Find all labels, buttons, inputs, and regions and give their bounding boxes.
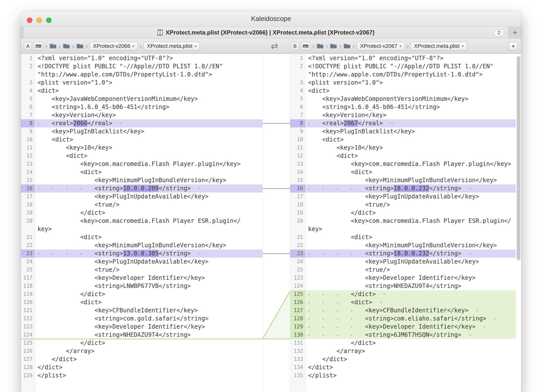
folder-crumb[interactable]	[76, 43, 84, 49]
line-number: 1	[290, 54, 306, 62]
line-number	[21, 225, 35, 233]
code-line: ▸▸▸▸<string>18.0.0.209</string>¬	[36, 184, 263, 193]
code-line: <key>com.macromedia.Flash Player.plugin<…	[306, 160, 516, 168]
file-dropdown-right[interactable]: XProtect.meta.plist ▾	[411, 42, 467, 50]
triangle-marker-icon: ▸	[322, 185, 337, 193]
folder-icon	[63, 43, 70, 49]
vertical-scrollbar-thumb[interactable]	[517, 56, 520, 260]
triangle-marker-icon: ▸	[37, 250, 52, 258]
change-count-badge: 2	[494, 29, 504, 36]
code-line: </dict>	[36, 339, 263, 347]
version-dropdown-right[interactable]: XProtect-v2067 ▾	[357, 42, 405, 50]
triangle-marker-icon: ▸	[308, 315, 322, 323]
line-number: 131	[290, 339, 306, 347]
line-number: 6	[21, 103, 35, 111]
new-tab-button[interactable]: +	[509, 27, 521, 38]
line-number: 23	[290, 249, 306, 258]
code-line: <true/>	[306, 266, 516, 274]
line-number: 125	[21, 339, 35, 347]
folder-crumb[interactable]	[49, 43, 57, 49]
triangle-marker-icon: ▸	[308, 307, 322, 315]
version-dropdown-left[interactable]: XProtect-v2066 ▾	[90, 42, 138, 50]
right-code-pane[interactable]: <?xml version="1.0" encoding="UTF-8"?><!…	[306, 54, 516, 392]
line-number: 8	[290, 119, 306, 127]
title-bar[interactable]: Kaleidoscope	[21, 11, 521, 27]
code-line: ▸▸▸▸<string>13.0.0.305</string>¬	[36, 249, 263, 258]
triangle-marker-icon: ▸	[308, 290, 322, 298]
file-dropdown-left[interactable]: XProtect.meta.plist ▾	[144, 42, 200, 50]
side-b-button[interactable]: B	[291, 42, 299, 50]
display-options-button[interactable]: ▾	[509, 42, 518, 50]
code-line: <string>com.gold.safari</string>	[36, 315, 263, 323]
code-line: <key>JavaWebComponentVersionMinimum</key…	[36, 95, 263, 103]
code-line: </dict>	[36, 363, 263, 372]
breadcrumb-chevron-icon: ›	[139, 42, 142, 50]
chevron-down-icon: ▾	[462, 44, 464, 48]
line-number: 5	[290, 95, 306, 103]
chevron-down-icon: ▾	[132, 44, 134, 48]
folder-icon	[343, 43, 351, 49]
drive-icon[interactable]	[301, 42, 310, 50]
code-line: <?xml version="1.0" encoding="UTF-8"?>	[36, 54, 263, 62]
eol-marker: ¬	[468, 251, 471, 257]
line-number: 25	[21, 266, 35, 274]
code-line: <dict>	[36, 152, 263, 160]
code-line: <dict>	[306, 168, 516, 176]
triangle-marker-icon: ▸	[322, 331, 337, 339]
left-code-pane[interactable]: <?xml version="1.0" encoding="UTF-8"?><!…	[36, 54, 263, 392]
line-number: 6	[290, 103, 306, 111]
breadcrumb-chevron-icon: ›	[339, 42, 342, 50]
line-number: 125	[290, 290, 306, 298]
line-number: 10	[21, 136, 35, 144]
diff-connector-lines	[263, 54, 290, 392]
code-line: <key>10</key>	[306, 144, 516, 152]
code-line: </dict>	[306, 355, 516, 363]
folder-crumb[interactable]	[316, 43, 324, 49]
code-line: </dict>	[36, 290, 263, 298]
version-dropdown-left-label: XProtect-v2066	[93, 43, 130, 49]
folder-crumb[interactable]	[343, 43, 351, 49]
line-number: 132	[290, 347, 306, 355]
line-number: 122	[21, 315, 35, 323]
change-marker-icons: ▸▸▸▸	[308, 323, 365, 330]
line-number: 22	[21, 241, 35, 249]
code-line: ▸▸▸▸<string>18.0.0.232</string>¬	[306, 249, 516, 258]
folder-crumb[interactable]	[330, 43, 337, 49]
line-number: 11	[290, 144, 306, 152]
code-line: <?xml version="1.0" encoding="UTF-8"?>	[306, 54, 516, 62]
tab-xprotect-diff[interactable]: XProtect.meta.plist (XProtect-v2066) | X…	[23, 27, 508, 38]
triangle-marker-icon: ▸	[308, 299, 322, 306]
line-number: 7	[290, 111, 306, 119]
line-number: 15	[21, 176, 35, 184]
line-number: 129	[21, 372, 35, 380]
zoom-button[interactable]	[46, 18, 52, 23]
diff-connector-gap	[263, 54, 290, 392]
drive-icon-glyph	[35, 43, 42, 49]
code-line: <key>MinimumPlugInBundleVersion</key>	[36, 176, 263, 184]
change-marker-icons: ▸	[37, 120, 52, 127]
chevron-down-icon: ▾	[400, 44, 402, 48]
code-line: ▸▸▸▸<string>6JM6T7HSQN</string>¬	[306, 331, 516, 339]
tab-title: XProtect.meta.plist (XProtect-v2066) | X…	[166, 29, 375, 36]
line-number: 4	[290, 87, 306, 95]
folder-crumb[interactable]	[63, 43, 70, 49]
code-line: <dict>	[36, 136, 263, 144]
triangle-marker-icon: ▸	[308, 120, 322, 127]
code-line: <key>CFBundleIdentifier</key>	[36, 306, 263, 315]
line-number	[290, 71, 306, 79]
side-a-button[interactable]: A	[24, 42, 32, 50]
code-line: <dict>	[36, 168, 263, 176]
triangle-marker-icon: ▸	[80, 250, 94, 258]
line-number: 124	[290, 282, 306, 290]
line-number: 10	[290, 136, 306, 144]
code-line: <true/>	[306, 201, 516, 209]
minimize-button[interactable]	[37, 18, 42, 23]
code-line: ▸▸▸<dict>¬	[306, 298, 516, 306]
line-number: 123	[21, 323, 35, 331]
changed-token: 18.0.0.232	[394, 250, 429, 257]
triangle-marker-icon: ▸	[322, 250, 337, 258]
close-button[interactable]	[27, 18, 32, 23]
drive-icon[interactable]	[34, 42, 43, 50]
version-dropdown-right-label: XProtect-v2067	[360, 43, 398, 49]
swap-files-button[interactable]	[269, 42, 280, 50]
